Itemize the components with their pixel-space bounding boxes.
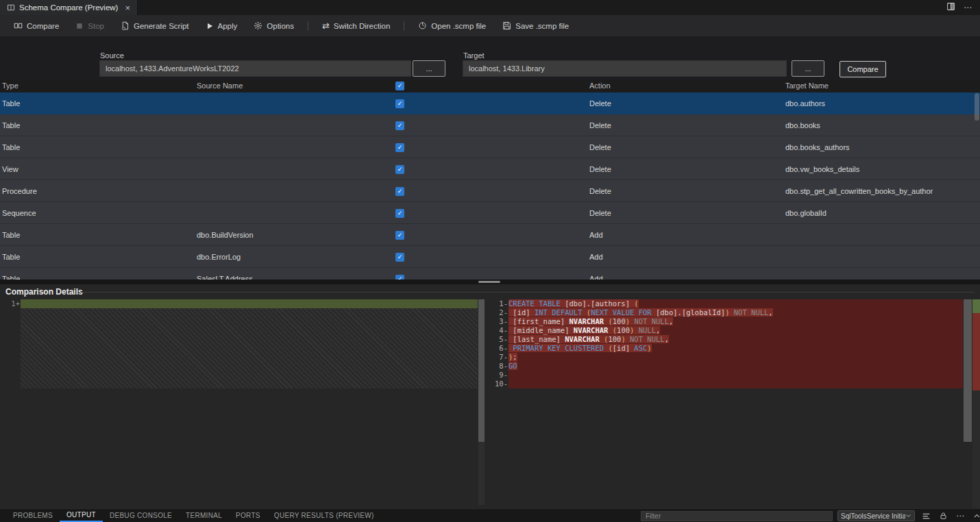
row-action: Add (589, 224, 603, 246)
table-row[interactable]: Sequence✓Deletedbo.globalId (0, 202, 980, 224)
lock-scroll-icon[interactable] (940, 512, 947, 520)
table-row[interactable]: TableSalesLT.Address✓Add (0, 268, 980, 279)
include-checkbox[interactable]: ✓ (395, 209, 404, 218)
target-input[interactable]: localhost, 1433.Library (463, 60, 787, 77)
table-row[interactable]: Table✓Deletedbo.books_authors (0, 136, 980, 158)
compare-button[interactable]: Compare (7, 18, 66, 33)
row-target-name: dbo.books_authors (785, 136, 850, 158)
row-action: Delete (589, 136, 611, 158)
line-number: 5- (487, 335, 508, 344)
generate-script-button[interactable]: Generate Script (114, 18, 196, 33)
compare-icon (14, 21, 23, 30)
column-type: Type (2, 82, 19, 90)
panel-tab-output[interactable]: OUTPUT (60, 509, 103, 522)
row-action: Delete (589, 180, 611, 202)
panel-tabs: PROBLEMSOUTPUTDEBUG CONSOLETERMINALPORTS… (0, 509, 381, 522)
left-scrollbar[interactable] (478, 299, 485, 442)
tab-close-icon[interactable]: × (125, 3, 130, 13)
line-number: 9- (487, 371, 508, 380)
panel-tab-debug-console[interactable]: DEBUG CONSOLE (103, 509, 179, 522)
switch-direction-icon: ⇄ (322, 21, 330, 31)
schema-compare-toolbar: Compare Stop Generate Script Apply Optio… (0, 15, 980, 36)
row-type: Table (2, 92, 20, 114)
check-icon: ✓ (397, 123, 403, 129)
column-target-name: Target Name (785, 82, 829, 90)
apply-button[interactable]: Apply (199, 19, 245, 33)
run-compare-button[interactable]: Compare (840, 61, 886, 77)
include-checkbox[interactable]: ✓ (395, 231, 404, 240)
table-header: Type Source Name ✓ Action Target Name (0, 80, 980, 92)
source-browse-button[interactable]: ... (413, 60, 445, 77)
removed-code-line: [first_name] NVARCHAR (100) NOT NULL, (509, 317, 963, 326)
row-type: Table (2, 224, 20, 246)
include-checkbox[interactable]: ✓ (395, 275, 404, 280)
row-source-name: SalesLT.Address (197, 268, 253, 279)
apply-icon (206, 22, 214, 30)
stop-button[interactable]: Stop (69, 19, 111, 33)
row-action: Delete (589, 202, 611, 224)
switch-direction-button[interactable]: ⇄ Switch Direction (315, 18, 397, 34)
splitter-drag-handle[interactable] (478, 281, 500, 283)
row-target-name: dbo.authors (785, 92, 825, 114)
title-rule (81, 292, 975, 293)
line-number: 3- (487, 317, 508, 326)
output-filter-input[interactable] (641, 511, 833, 521)
table-row[interactable]: View✓Deletedbo.vw_books_details (0, 158, 980, 180)
schema-compare-window: Schema Compare (Preview) × ⋯ Compare Sto… (0, 0, 980, 522)
row-type: Table (2, 246, 20, 268)
target-browse-button[interactable]: ... (792, 60, 824, 77)
select-all-checkbox[interactable]: ✓ (395, 82, 404, 90)
editor-more-actions-icon[interactable]: ⋯ (964, 3, 972, 12)
removed-code-line (509, 371, 963, 380)
removed-code-line: GO (509, 362, 963, 371)
removed-code-line: ); (509, 353, 963, 362)
panel-tab-problems[interactable]: PROBLEMS (6, 509, 60, 522)
include-checkbox[interactable]: ✓ (395, 253, 404, 262)
row-type: View (2, 158, 19, 180)
diff-overview-ruler (972, 299, 980, 508)
panel-more-actions-icon[interactable]: ⋯ (956, 512, 964, 520)
removed-code-line: PRIMARY KEY CLUSTERED ([id] ASC) (509, 344, 963, 353)
source-input[interactable]: localhost, 1433.AdventureWorksLT2022 (99, 60, 411, 77)
check-icon: ✓ (397, 232, 403, 238)
line-number: 10- (487, 380, 508, 388)
table-row[interactable]: Procedure✓Deletedbo.stp_get_all_cowritte… (0, 180, 980, 202)
tab-schema-compare[interactable]: Schema Compare (Preview) × (0, 0, 138, 15)
panel-tab-query-results-preview-[interactable]: QUERY RESULTS (PREVIEW) (267, 509, 381, 522)
row-target-name: dbo.globalId (785, 202, 826, 224)
maximize-panel-icon[interactable] (973, 512, 980, 520)
editor-tab-bar: Schema Compare (Preview) × ⋯ (0, 0, 980, 15)
column-action: Action (589, 82, 611, 90)
table-row[interactable]: Table✓Deletedbo.authors (0, 92, 980, 114)
table-row[interactable]: Tabledbo.ErrorLog✓Add (0, 246, 980, 268)
table-scrollbar[interactable] (975, 93, 979, 121)
table-row[interactable]: Tabledbo.BuildVersion✓Add (0, 224, 980, 246)
include-checkbox[interactable]: ✓ (395, 165, 404, 174)
toolbar-separator (404, 21, 404, 31)
options-button[interactable]: Options (247, 18, 301, 33)
output-channel-select[interactable]: SqlToolsService Initializ (837, 510, 915, 521)
include-checkbox[interactable]: ✓ (395, 99, 404, 108)
save-file-icon (502, 21, 511, 30)
open-scmp-button[interactable]: Open .scmp file (411, 18, 493, 33)
panel-tab-terminal[interactable]: TERMINAL (179, 509, 229, 522)
panel-tab-ports[interactable]: PORTS (229, 509, 267, 522)
save-scmp-button[interactable]: Save .scmp file (495, 18, 576, 33)
bottom-panel-bar: PROBLEMSOUTPUTDEBUG CONSOLETERMINALPORTS… (0, 508, 980, 522)
right-diff-pane[interactable]: CREATE TABLE [dbo].[authors] ( [id] INT … (509, 299, 963, 388)
table-row[interactable]: Table✓Deletedbo.books (0, 114, 980, 136)
left-diff-pane[interactable] (21, 299, 478, 388)
check-icon: ✓ (397, 101, 403, 107)
row-target-name: dbo.books (785, 114, 820, 136)
check-icon: ✓ (397, 254, 403, 260)
clear-output-icon[interactable] (922, 512, 931, 521)
include-checkbox[interactable]: ✓ (395, 187, 404, 196)
include-checkbox[interactable]: ✓ (395, 121, 404, 130)
split-editor-icon[interactable] (946, 1, 955, 14)
right-scrollbar[interactable] (964, 299, 972, 442)
include-checkbox[interactable]: ✓ (395, 143, 404, 152)
row-action: Delete (589, 158, 611, 180)
line-number: 8- (487, 362, 508, 371)
panel-splitter[interactable] (0, 279, 980, 284)
missing-lines-hatch (21, 308, 478, 388)
